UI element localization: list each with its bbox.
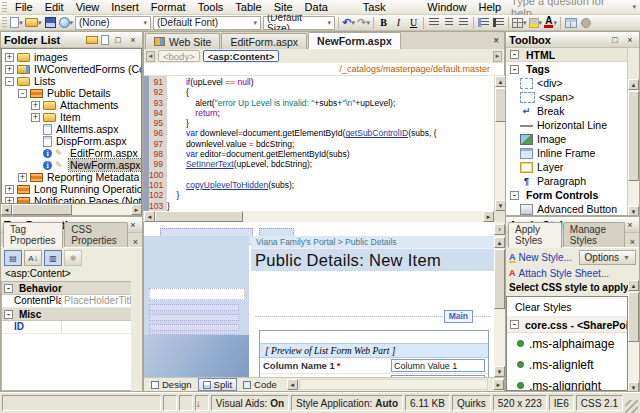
scroll-up-icon[interactable]: ▲ [628, 79, 639, 90]
collapse-icon[interactable]: - [510, 50, 519, 59]
master-page-link[interactable]: /_catalogs/masterpage/default.master [339, 64, 490, 74]
folder-item[interactable]: -Public Details [2, 87, 141, 99]
close-tab-icon[interactable]: × [626, 237, 639, 247]
scroll-right-icon[interactable]: ► [131, 204, 142, 215]
menu-file[interactable]: File [9, 0, 39, 15]
underline-button[interactable]: U [406, 15, 421, 30]
folder-list-hscrollbar[interactable]: ◄ ► [1, 204, 142, 215]
scroll-left-icon[interactable]: ◄ [1, 204, 12, 215]
toolbox-item-image[interactable]: Image [506, 132, 627, 146]
scroll-left-icon[interactable]: ◄ [144, 211, 155, 222]
tab-manage-styles[interactable]: Manage Styles [563, 222, 625, 247]
alphabetical-sort-button[interactable]: A↓ [24, 250, 42, 266]
open-button[interactable]: ▾ [24, 15, 43, 30]
css-style-item[interactable]: .ms-alignright [507, 375, 627, 391]
tab-overflow-icon[interactable]: › [494, 224, 505, 235]
folder-item[interactable]: +Notification Pages (Notificatio [2, 195, 141, 204]
collapse-icon[interactable]: - [510, 65, 519, 74]
resize-grip[interactable] [625, 400, 638, 413]
property-section[interactable]: -Behavior [2, 282, 131, 295]
tree-expando-icon[interactable]: + [5, 65, 14, 74]
toolbox-group-tags[interactable]: -Tags [506, 62, 627, 76]
tree-expando-icon[interactable]: + [5, 53, 14, 62]
categorized-view-button[interactable]: ▤ [4, 250, 22, 266]
webpart-zone-label[interactable]: Main [444, 310, 473, 323]
tab-tag-properties[interactable]: Tag Properties [3, 222, 63, 248]
design-view-button[interactable]: Design [146, 378, 197, 391]
property-section[interactable]: -Misc [2, 308, 131, 321]
scroll-down-icon[interactable]: ▼ [628, 206, 639, 216]
close-document-icon[interactable]: × [493, 35, 504, 49]
apply-styles-scrollbar[interactable]: ▲ ▼ [628, 280, 639, 392]
css-styles-list[interactable]: Clear Styles-core.css - <SharePoint:cs.m… [506, 296, 628, 391]
close-panel-button[interactable]: × [624, 220, 636, 230]
preview-button[interactable]: ▾ [58, 15, 75, 30]
close-tab-icon[interactable]: × [129, 237, 142, 247]
toolbox-item-layer[interactable]: Layer [506, 160, 627, 174]
float-panel-button[interactable]: □ [112, 35, 124, 45]
bullet-list-button[interactable] [491, 15, 506, 30]
font-color-button[interactable]: ▾ [543, 15, 558, 30]
tree-expando-icon[interactable]: + [31, 101, 40, 110]
align-center-button[interactable] [441, 15, 456, 30]
code-view-button[interactable]: Code [238, 378, 282, 391]
menu-help[interactable]: Help [472, 0, 507, 15]
toolbox-item--div-[interactable]: <div> [506, 76, 627, 90]
folder-tree[interactable]: +images+IWConvertedForms (Convert-Lists-… [1, 48, 142, 204]
code-editor[interactable]: 91 if(upLevel == null)92 {93 alert("erro… [143, 76, 505, 211]
toolbox-item-inline-frame[interactable]: Inline Frame [506, 146, 627, 160]
options-button[interactable]: Options▼ [579, 250, 636, 265]
collapse-icon[interactable]: - [4, 310, 13, 319]
folder-item[interactable]: DispForm.aspx [2, 135, 141, 147]
style-application-cell[interactable]: Style Application:Auto [291, 395, 403, 411]
tree-expando-icon[interactable]: + [5, 197, 14, 205]
clear-styles-item[interactable]: Clear Styles [507, 297, 627, 317]
code-vscrollbar[interactable]: ▲ ▼ [494, 76, 505, 211]
new-style-link[interactable]: New Style... [509, 252, 572, 263]
numbered-list-button[interactable] [476, 15, 491, 30]
italic-button[interactable]: I [391, 15, 406, 30]
new-page-icon[interactable] [101, 35, 109, 45]
quick-tag[interactable]: <body> [158, 50, 200, 62]
folder-item[interactable]: +Long Running Operation Stat [2, 183, 141, 195]
toolbox-group-html[interactable]: -HTML [506, 48, 627, 62]
insert-table-button[interactable] [563, 15, 578, 30]
doc-tab-web-site[interactable]: Web Site [145, 33, 220, 49]
close-panel-button[interactable]: × [127, 220, 139, 230]
float-panel-button[interactable]: □ [609, 35, 621, 45]
toolbox-item-horizontal-line[interactable]: Horizontal Line [506, 118, 627, 132]
scroll-up-icon[interactable]: ▲ [628, 280, 639, 291]
code-hscrollbar[interactable]: ◄ ► [144, 211, 494, 222]
tree-expando-icon[interactable]: - [18, 89, 27, 98]
folder-item[interactable]: +images [2, 51, 141, 63]
toolbox-item--span-[interactable]: <span> [506, 90, 627, 104]
list-form-webpart[interactable]: [ Preview of List Form Web Part ] Column… [259, 330, 489, 377]
menu-edit[interactable]: Edit [39, 0, 70, 15]
design-vscrollbar[interactable]: › ▲ ▼ [494, 222, 505, 377]
folder-item[interactable]: +Reporting Metadata [2, 171, 141, 183]
scroll-down-icon[interactable]: ▼ [494, 366, 505, 377]
font-dropdown[interactable]: (Default Font)▾ [153, 16, 261, 30]
design-hscrollbar[interactable] [299, 379, 488, 390]
align-left-button[interactable] [426, 15, 441, 30]
scroll-left-icon[interactable]: ◄ [146, 51, 155, 62]
toolbox-list[interactable]: -HTML-Tags<div><span>BreakHorizontal Lin… [506, 48, 628, 215]
collapse-icon[interactable]: - [4, 284, 13, 293]
scroll-down-icon[interactable]: ▼ [628, 382, 639, 392]
quick-tag[interactable]: <asp:Content> [203, 50, 280, 62]
menu-tools[interactable]: Tools [192, 0, 230, 15]
toolbox-group-form-controls[interactable]: -Form Controls [506, 188, 627, 202]
collapse-icon[interactable]: - [510, 320, 519, 329]
collapse-icon[interactable]: - [510, 191, 519, 200]
redo-button[interactable]: ▾ [356, 15, 371, 30]
scroll-right-icon[interactable]: ► [483, 211, 494, 222]
folder-item[interactable]: -Lists [2, 75, 141, 87]
tree-expando-icon[interactable]: + [5, 185, 14, 194]
borders-button[interactable]: ▾ [511, 15, 528, 30]
css-style-item[interactable]: .ms-alphaimage [507, 333, 627, 354]
menu-site[interactable]: Site [268, 0, 299, 15]
property-row[interactable]: ID [2, 321, 131, 334]
size-dropdown[interactable]: (Default Size)▾ [263, 16, 335, 30]
close-panel-button[interactable]: × [127, 35, 139, 45]
menu-task-panes[interactable]: Task Panes [357, 0, 422, 15]
